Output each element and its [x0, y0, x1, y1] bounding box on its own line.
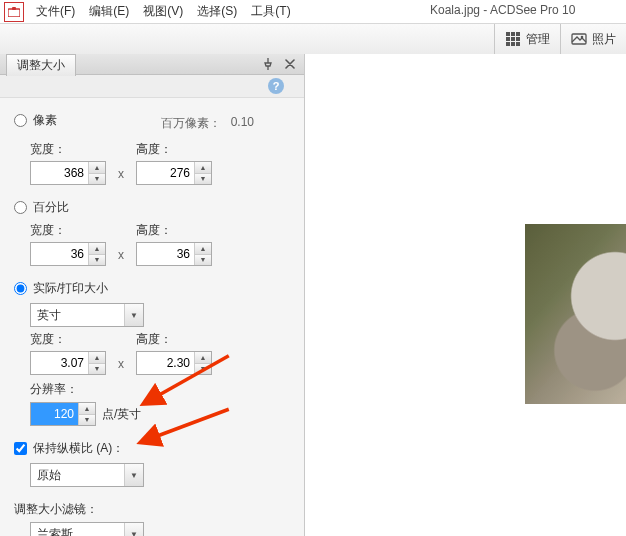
px-width-up[interactable]: ▲ — [89, 162, 105, 173]
px-width-label: 宽度： — [30, 141, 106, 158]
prt-width-input[interactable] — [31, 352, 88, 374]
mode-pixels-radio[interactable] — [14, 114, 27, 127]
px-sep: x — [116, 167, 126, 185]
px-height-label: 高度： — [136, 141, 212, 158]
prt-sep: x — [116, 357, 126, 375]
manage-mode-button[interactable]: 管理 — [494, 24, 560, 54]
menu-file[interactable]: 文件(F) — [36, 3, 75, 20]
pct-height-down[interactable]: ▼ — [195, 254, 211, 266]
pct-sep: x — [116, 248, 126, 266]
photo-icon — [571, 31, 587, 47]
close-icon[interactable] — [282, 56, 298, 72]
svg-rect-8 — [506, 42, 510, 46]
mode-print-label: 实际/打印大小 — [33, 280, 108, 297]
window-title: Koala.jpg - ACDSee Pro 10 — [430, 3, 575, 17]
px-width-input[interactable] — [31, 162, 88, 184]
px-height-up[interactable]: ▲ — [195, 162, 211, 173]
svg-rect-5 — [506, 37, 510, 41]
dpi-down[interactable]: ▼ — [79, 414, 95, 426]
mode-percent-label: 百分比 — [33, 199, 69, 216]
pct-height-label: 高度： — [136, 222, 212, 239]
chevron-down-icon: ▼ — [124, 464, 143, 486]
prt-width-label: 宽度： — [30, 331, 106, 348]
filter-dropdown[interactable]: 兰索斯 ▼ — [30, 522, 144, 536]
mode-print-radio[interactable] — [14, 282, 27, 295]
svg-rect-3 — [511, 32, 515, 36]
filter-label: 调整大小滤镜： — [14, 501, 294, 518]
image-preview — [525, 224, 626, 404]
chevron-down-icon: ▼ — [124, 304, 143, 326]
chevron-down-icon: ▼ — [124, 523, 143, 536]
mode-percent-radio[interactable] — [14, 201, 27, 214]
mode-pixels-label: 像素 — [33, 112, 57, 129]
grid-icon — [505, 31, 521, 47]
pct-width-up[interactable]: ▲ — [89, 243, 105, 254]
aspect-dropdown-value: 原始 — [31, 467, 124, 484]
menu-view[interactable]: 视图(V) — [143, 3, 183, 20]
pct-width-label: 宽度： — [30, 222, 106, 239]
prt-width-down[interactable]: ▼ — [89, 363, 105, 375]
prt-height-input[interactable] — [137, 352, 194, 374]
svg-rect-6 — [511, 37, 515, 41]
svg-rect-1 — [12, 7, 16, 10]
menu-edit[interactable]: 编辑(E) — [89, 3, 129, 20]
svg-rect-10 — [516, 42, 520, 46]
dpi-label: 分辨率： — [30, 381, 294, 398]
dpi-input[interactable] — [31, 403, 78, 425]
pct-width-down[interactable]: ▼ — [89, 254, 105, 266]
svg-rect-4 — [516, 32, 520, 36]
svg-rect-0 — [8, 9, 20, 17]
prt-height-up[interactable]: ▲ — [195, 352, 211, 363]
megapixel-label: 百万像素： — [161, 115, 221, 132]
resize-panel-tab[interactable]: 调整大小 — [6, 54, 76, 76]
unit-dropdown-value: 英寸 — [31, 307, 124, 324]
svg-rect-2 — [506, 32, 510, 36]
svg-point-12 — [581, 36, 584, 39]
unit-dropdown[interactable]: 英寸 ▼ — [30, 303, 144, 327]
dpi-up[interactable]: ▲ — [79, 403, 95, 414]
prt-width-up[interactable]: ▲ — [89, 352, 105, 363]
aspect-dropdown[interactable]: 原始 ▼ — [30, 463, 144, 487]
megapixel-value: 0.10 — [231, 115, 254, 132]
app-logo-icon — [4, 2, 24, 22]
pct-height-up[interactable]: ▲ — [195, 243, 211, 254]
svg-rect-9 — [511, 42, 515, 46]
pct-height-input[interactable] — [137, 243, 194, 265]
menu-select[interactable]: 选择(S) — [197, 3, 237, 20]
aspect-label: 保持纵横比 (A)： — [33, 440, 124, 457]
prt-height-down[interactable]: ▼ — [195, 363, 211, 375]
photo-mode-label: 照片 — [592, 31, 616, 48]
px-height-input[interactable] — [137, 162, 194, 184]
menu-tools[interactable]: 工具(T) — [251, 3, 290, 20]
px-width-down[interactable]: ▼ — [89, 173, 105, 185]
photo-mode-button[interactable]: 照片 — [560, 24, 626, 54]
help-icon[interactable]: ? — [268, 78, 284, 94]
pin-icon[interactable] — [260, 56, 276, 72]
filter-dropdown-value: 兰索斯 — [31, 526, 124, 537]
px-height-down[interactable]: ▼ — [195, 173, 211, 185]
svg-rect-7 — [516, 37, 520, 41]
aspect-checkbox[interactable] — [14, 442, 27, 455]
manage-mode-label: 管理 — [526, 31, 550, 48]
pct-width-input[interactable] — [31, 243, 88, 265]
dpi-unit: 点/英寸 — [102, 406, 141, 423]
prt-height-label: 高度： — [136, 331, 212, 348]
